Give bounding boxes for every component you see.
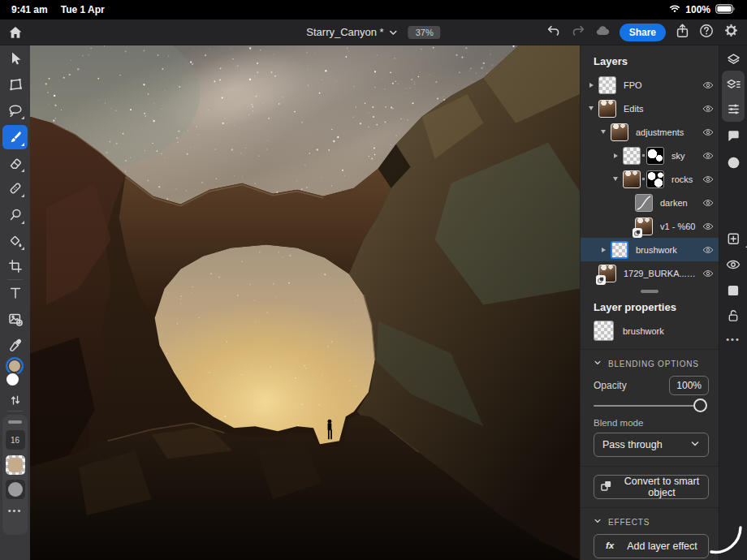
- layer-name[interactable]: 1729_BURKA...anced-NR33: [624, 269, 697, 278]
- transform-tool[interactable]: [2, 72, 28, 97]
- more-icon[interactable]: •••: [719, 334, 747, 344]
- layer-row[interactable]: 1729_BURKA...anced-NR33: [581, 261, 719, 285]
- disclosure-triangle-icon[interactable]: [611, 177, 620, 181]
- blend-mode-dropdown[interactable]: Pass through: [594, 433, 709, 457]
- eye-icon[interactable]: [719, 257, 747, 272]
- layer-row[interactable]: adjustments: [581, 120, 719, 144]
- layer-name[interactable]: darken: [660, 198, 697, 208]
- blending-options-header[interactable]: BLENDING OPTIONS: [594, 359, 709, 368]
- comment-icon[interactable]: [719, 128, 747, 144]
- background-color-swatch[interactable]: [5, 372, 20, 387]
- crop-tool[interactable]: [2, 254, 28, 278]
- eye-icon[interactable]: [697, 127, 719, 138]
- place-photo-tool[interactable]: [2, 307, 28, 331]
- document-canvas[interactable]: [30, 45, 580, 560]
- layer-thumbnail[interactable]: [598, 265, 616, 282]
- eye-icon[interactable]: [697, 197, 719, 209]
- layer-thumbnail[interactable]: [598, 100, 616, 118]
- gear-icon[interactable]: [723, 22, 740, 42]
- dodge-tool[interactable]: [2, 203, 28, 227]
- panel-drag-handle[interactable]: [641, 290, 658, 293]
- layer-mask-thumbnail[interactable]: [646, 170, 664, 188]
- home-icon[interactable]: [7, 24, 24, 41]
- eye-icon[interactable]: [697, 150, 719, 162]
- layer-thumbnail[interactable]: [598, 76, 616, 94]
- layer-row[interactable]: rocks: [581, 167, 719, 191]
- unlock-icon[interactable]: [719, 308, 747, 323]
- add-layer-icon[interactable]: [719, 231, 747, 247]
- layer-name[interactable]: v1 - %60: [660, 222, 697, 231]
- export-icon[interactable]: [674, 23, 690, 42]
- layer-thumbnail[interactable]: [623, 147, 641, 165]
- disclosure-triangle-icon[interactable]: [587, 83, 595, 88]
- disclosure-triangle-icon[interactable]: [599, 130, 607, 134]
- layer-name[interactable]: adjustments: [636, 127, 697, 137]
- chevron-down-icon: [594, 359, 602, 368]
- layer-properties-title: Layer properties: [594, 301, 709, 313]
- layer-row[interactable]: sky: [581, 144, 719, 167]
- help-icon[interactable]: [698, 23, 715, 42]
- layer-name[interactable]: brushwork: [636, 245, 697, 255]
- undo-icon[interactable]: [546, 23, 562, 42]
- document-title[interactable]: Starry_Canyon *: [306, 26, 383, 38]
- brush-size-value[interactable]: 16: [6, 430, 25, 450]
- fill-tool[interactable]: [2, 229, 28, 253]
- eraser-tool[interactable]: [2, 151, 28, 175]
- eyedropper-tool[interactable]: [2, 333, 28, 357]
- layer-row[interactable]: darken: [581, 191, 719, 214]
- effects-header[interactable]: EFFECTS: [594, 517, 709, 527]
- brush-tip-preview[interactable]: [6, 455, 25, 475]
- disclosure-triangle-icon[interactable]: [611, 153, 620, 158]
- layer-mask-thumbnail[interactable]: [646, 147, 664, 165]
- mask-icon[interactable]: [719, 283, 747, 298]
- layer-name[interactable]: rocks: [671, 174, 697, 184]
- document-title-group[interactable]: Starry_Canyon * 37%: [306, 26, 440, 39]
- layer-name[interactable]: sky: [671, 151, 697, 161]
- eye-icon[interactable]: [697, 268, 719, 279]
- cloud-sync-icon[interactable]: [594, 23, 611, 42]
- layer-thumbnail[interactable]: [635, 218, 653, 235]
- layers-panel: Layers FPOEditsadjustmentsskyrocksdarken…: [580, 45, 719, 560]
- lasso-tool[interactable]: [2, 98, 28, 123]
- layer-row[interactable]: v1 - %60: [581, 214, 719, 238]
- eye-icon[interactable]: [697, 221, 719, 232]
- sliders-icon[interactable]: [719, 101, 747, 117]
- convert-to-smart-object-button[interactable]: Convert to smart object: [594, 475, 709, 499]
- brush-tool[interactable]: [2, 125, 28, 149]
- type-tool[interactable]: [2, 281, 28, 305]
- layers-panel-title: Layers: [581, 45, 719, 73]
- brush-hardness-preview[interactable]: [6, 480, 25, 499]
- zoom-level-badge[interactable]: 37%: [408, 26, 441, 39]
- layer-row[interactable]: Edits: [581, 97, 719, 120]
- layer-row[interactable]: FPO: [581, 73, 719, 97]
- info-icon[interactable]: [719, 155, 747, 170]
- add-layer-effect-button[interactable]: fx Add layer effect: [594, 534, 709, 558]
- layer-thumbnail[interactable]: [635, 194, 653, 212]
- layers-stack-icon[interactable]: [719, 52, 747, 67]
- opacity-slider[interactable]: [594, 397, 707, 414]
- healing-tool[interactable]: [2, 176, 28, 200]
- layer-row[interactable]: brushwork: [581, 238, 719, 261]
- layer-thumbnail[interactable]: [611, 123, 628, 141]
- more-brush-options-icon[interactable]: •••: [2, 506, 28, 515]
- eye-icon[interactable]: [697, 103, 719, 114]
- eye-icon[interactable]: [697, 80, 719, 91]
- layers-detail-icon[interactable]: [719, 77, 747, 93]
- share-button[interactable]: Share: [620, 24, 666, 41]
- disclosure-triangle-icon[interactable]: [587, 106, 595, 110]
- eye-icon[interactable]: [697, 174, 719, 185]
- swap-colors-icon[interactable]: [2, 390, 28, 411]
- layer-thumbnail[interactable]: [623, 170, 641, 188]
- redo-icon[interactable]: [570, 23, 586, 42]
- slider-knob[interactable]: [693, 398, 707, 412]
- eye-icon[interactable]: [697, 244, 719, 256]
- options-drag-handle[interactable]: [8, 420, 22, 424]
- disclosure-triangle-icon[interactable]: [599, 248, 607, 252]
- move-tool[interactable]: [2, 46, 28, 71]
- layer-name[interactable]: FPO: [624, 80, 697, 90]
- smart-object-icon: [599, 479, 613, 495]
- opacity-value[interactable]: 100%: [669, 376, 709, 395]
- layer-thumbnail[interactable]: [611, 241, 628, 259]
- mask-link-dot: [642, 154, 645, 157]
- layer-name[interactable]: Edits: [624, 104, 697, 114]
